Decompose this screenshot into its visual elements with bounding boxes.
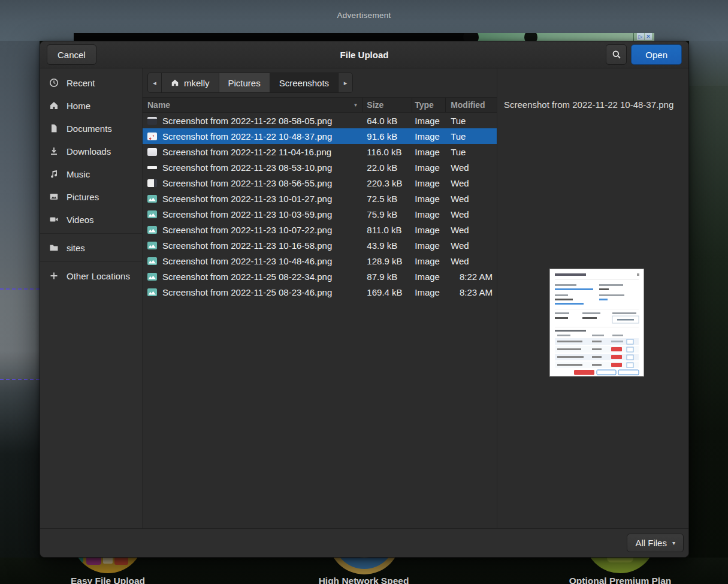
open-button[interactable]: Open — [631, 44, 682, 65]
file-type: Image — [412, 287, 446, 297]
chevron-down-icon: ▾ — [672, 540, 675, 546]
file-name: Screenshot from 2022-11-23 10-16-58.png — [162, 240, 332, 251]
sidebar-item-label: Recent — [67, 78, 95, 88]
file-name-cell: Screenshot from 2022-11-23 10-16-58.png — [143, 240, 363, 251]
ad-banner-divider — [633, 33, 634, 41]
cancel-button[interactable]: Cancel — [47, 44, 96, 65]
list-header: Name ▼ Size Type Modified — [143, 97, 497, 113]
sidebar-item-label: Other Locations — [67, 271, 130, 281]
column-header-name[interactable]: Name ▼ — [143, 98, 363, 112]
file-name-cell: Screenshot from 2022-11-25 08-22-34.png — [143, 272, 363, 282]
desktop-background-right-top — [689, 41, 728, 86]
sidebar-item-label: Documents — [67, 124, 112, 134]
desktop: Advertisement ▷ ✕ Easy File Upload High … — [0, 0, 728, 584]
file-name-cell: Screenshot from 2022-11-22 08-58-05.png — [143, 116, 363, 126]
file-name-cell: Screenshot from 2022-11-23 08-53-10.png — [143, 162, 363, 173]
pathbar-home-button[interactable]: mkelly — [162, 73, 219, 92]
sidebar-item-documents[interactable]: Documents — [40, 117, 142, 140]
ad-close-icon[interactable]: ✕ — [645, 33, 652, 40]
file-thumbnail-icon — [147, 210, 157, 218]
sidebar-item-pictures[interactable]: Pictures — [40, 185, 142, 208]
clock-icon — [49, 78, 59, 88]
file-name-cell: Screenshot from 2022-11-23 10-01-27.png — [143, 194, 363, 204]
video-camera-icon — [49, 215, 59, 224]
file-modified: 8:22 AM — [446, 272, 497, 282]
file-modified: Tue — [446, 116, 497, 126]
file-upload-dialog: Cancel File Upload Open Recent — [40, 41, 689, 558]
file-browser: ◂ mkelly Pictures Screenshots ▸ Name ▼ — [143, 68, 497, 528]
chevron-left-icon: ◂ — [153, 79, 156, 87]
file-name: Screenshot from 2022-11-22 11-04-16.png — [162, 147, 331, 157]
file-name: Screenshot from 2022-11-23 10-07-22.png — [162, 225, 332, 235]
feature-caption-speed: High Network Speed — [319, 576, 409, 584]
pathbar-row: ◂ mkelly Pictures Screenshots ▸ — [143, 68, 497, 97]
sidebar-item-label: sites — [67, 243, 85, 253]
feature-caption-premium: Optional Premium Plan — [569, 576, 672, 584]
pathbar: ◂ mkelly Pictures Screenshots ▸ — [147, 73, 353, 93]
sidebar-item-home[interactable]: Home — [40, 94, 142, 117]
sidebar-item-label: Music — [67, 169, 90, 179]
pathbar-segment-label: Pictures — [228, 78, 261, 88]
preview-filename: Screenshot from 2022-11-22 10-48-37.png — [504, 100, 673, 110]
folder-icon — [49, 243, 59, 252]
file-filter-label: All Files — [635, 538, 667, 548]
sidebar-item-recent[interactable]: Recent — [40, 71, 142, 94]
file-name: Screenshot from 2022-11-23 10-01-27.png — [162, 194, 332, 204]
sort-descending-icon: ▼ — [353, 103, 358, 108]
file-size: 22.0 kB — [363, 162, 412, 173]
file-modified: Tue — [446, 131, 497, 142]
file-name-cell: Screenshot from 2022-11-25 08-23-46.png — [143, 287, 363, 297]
file-modified: Wed — [446, 194, 497, 204]
file-row[interactable]: Screenshot from 2022-11-23 10-16-58.png … — [143, 237, 497, 253]
pathbar-screenshots-button[interactable]: Screenshots — [270, 73, 339, 92]
pathbar-home-label: mkelly — [184, 78, 210, 88]
file-row[interactable]: Screenshot from 2022-11-23 10-07-22.png … — [143, 222, 497, 237]
plus-icon — [49, 271, 59, 281]
file-filter-dropdown[interactable]: All Files ▾ — [627, 534, 684, 552]
file-type: Image — [412, 209, 446, 219]
column-label: Modified — [451, 100, 485, 110]
pathbar-forward-button[interactable]: ▸ — [339, 73, 352, 92]
ad-banner[interactable]: ▷ ✕ — [74, 33, 654, 41]
preview-thumbnail — [549, 269, 644, 377]
file-modified: Wed — [446, 178, 497, 188]
file-name: Screenshot from 2022-11-22 10-48-37.png — [162, 131, 332, 142]
file-name: Screenshot from 2022-11-22 08-58-05.png — [162, 116, 332, 126]
file-row[interactable]: Screenshot from 2022-11-22 11-04-16.png … — [143, 144, 497, 159]
file-row[interactable]: Screenshot from 2022-11-23 10-48-46.png … — [143, 253, 497, 269]
column-header-size[interactable]: Size — [363, 98, 412, 112]
file-modified: Wed — [446, 240, 497, 251]
sidebar-item-sites[interactable]: sites — [40, 236, 142, 259]
file-row[interactable]: Screenshot from 2022-11-23 08-53-10.png … — [143, 159, 497, 175]
file-name: Screenshot from 2022-11-25 08-22-34.png — [162, 272, 332, 282]
sidebar-item-downloads[interactable]: Downloads — [40, 140, 142, 162]
pathbar-back-button[interactable]: ◂ — [148, 73, 162, 92]
file-row[interactable]: Screenshot from 2022-11-23 10-03-59.png … — [143, 206, 497, 222]
selection-region — [0, 290, 40, 379]
dialog-title: File Upload — [340, 50, 389, 60]
file-row-selected[interactable]: Screenshot from 2022-11-22 10-48-37.png … — [143, 128, 497, 144]
places-sidebar: Recent Home Documents Downloads Music — [40, 68, 143, 528]
column-label: Name — [147, 100, 170, 110]
headerbar-actions: Open — [606, 44, 682, 65]
sidebar-item-music[interactable]: Music — [40, 162, 142, 185]
ad-banner-decoration — [524, 33, 537, 41]
sidebar-item-other-locations[interactable]: Other Locations — [40, 264, 142, 287]
column-header-type[interactable]: Type — [412, 98, 446, 112]
file-row[interactable]: Screenshot from 2022-11-25 08-22-34.png … — [143, 269, 497, 284]
file-row[interactable]: Screenshot from 2022-11-25 08-23-46.png … — [143, 284, 497, 300]
sidebar-item-videos[interactable]: Videos — [40, 208, 142, 231]
column-header-modified[interactable]: Modified — [446, 98, 497, 112]
column-label: Size — [367, 100, 383, 110]
file-row[interactable]: Screenshot from 2022-11-23 08-56-55.png … — [143, 175, 497, 191]
ad-banner-decoration — [463, 33, 479, 41]
file-row[interactable]: Screenshot from 2022-11-22 08-58-05.png … — [143, 113, 497, 128]
file-size: 220.3 kB — [363, 178, 412, 188]
file-row[interactable]: Screenshot from 2022-11-23 10-01-27.png … — [143, 191, 497, 206]
file-name-cell: Screenshot from 2022-11-23 10-03-59.png — [143, 209, 363, 219]
file-size: 169.4 kB — [363, 287, 412, 297]
pathbar-pictures-button[interactable]: Pictures — [219, 73, 270, 92]
adchoices-icon[interactable]: ▷ — [637, 33, 644, 40]
search-button[interactable] — [606, 44, 627, 65]
file-type: Image — [412, 116, 446, 126]
